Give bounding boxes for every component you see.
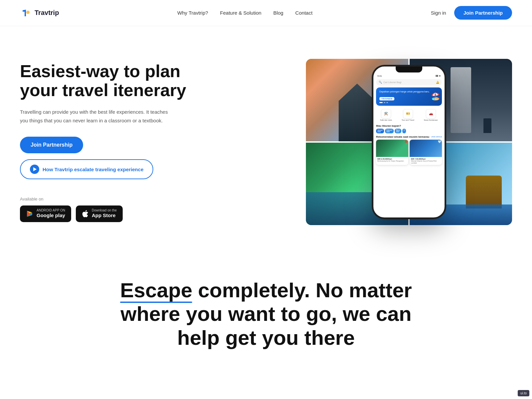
- category-item-cafe[interactable]: ⚒️ Kafe dan resto: [380, 109, 392, 121]
- app-store-main: App Store: [92, 212, 117, 219]
- google-play-icon: [26, 210, 33, 217]
- card-info-2: IDR 7.40.000/hari Nikmati Vitamin Sea di…: [410, 157, 442, 165]
- escape-underline: Escape: [120, 279, 192, 302]
- logo-link[interactable]: Travtrip: [20, 7, 59, 19]
- month-tab-more[interactable]: A: [402, 129, 406, 133]
- apple-icon: [82, 210, 88, 217]
- logo-icon: [20, 7, 32, 19]
- category-label-cafe: Kafe dan resto: [380, 119, 392, 121]
- second-section: Escape completely. No matter where you w…: [0, 252, 532, 369]
- escape-title: Escape completely. No matter where you w…: [116, 278, 416, 349]
- escape-rest-line1: completely. No matter: [192, 279, 412, 302]
- escape-line3: help get you there: [177, 326, 355, 349]
- video-button-label: How Travtrip escalate traveling experien…: [43, 167, 143, 172]
- promo-text: Dapatkan potongan harga untuk pengguna b…: [379, 90, 439, 93]
- nav-link-contact[interactable]: Contact: [295, 10, 313, 16]
- category-icon-tour: 🎫: [403, 109, 413, 118]
- phone-cards: ❤️ IDR 2.40.000/hari Berkunjung ke Air T…: [373, 139, 445, 167]
- promo-dot-3: [386, 102, 388, 103]
- navbar: Travtrip Why Travtrip? Feature & Solutio…: [0, 0, 532, 26]
- rec-see-all[interactable]: Lihat semua: [431, 136, 442, 138]
- phone-icons: ▮▮ ◈: [436, 74, 441, 77]
- phone-vacation-title: Mau liburan kapan?: [373, 123, 445, 128]
- category-icon-rental: 🚗: [426, 109, 436, 118]
- svg-point-1: [26, 11, 30, 14]
- month-tab-mar[interactable]: Maret2020: [395, 129, 401, 133]
- hero-section: Easiest-way to plan your travel itenerar…: [0, 26, 532, 252]
- available-label: Available on: [20, 197, 193, 201]
- phone-search-bar[interactable]: 🔍 Cari Liburan Bagi 🔔: [376, 79, 442, 85]
- phone-card-2[interactable]: 🤍 IDR 7.40.000/hari Nikmati Vitamin Sea …: [410, 140, 442, 165]
- promo-dot-1: [379, 102, 383, 103]
- phone-search-icon: 🔍: [379, 81, 382, 84]
- month-tab-feb[interactable]: Februari2020: [385, 129, 394, 133]
- category-label-rental: Sewa Kendaraan: [424, 119, 438, 121]
- rec-title: Rekomendasi wisata saat musim kemarau: [376, 135, 429, 138]
- phone-rec-header: Rekomendasi wisata saat musim kemarau Li…: [373, 134, 445, 139]
- play-circle-icon: [30, 165, 39, 174]
- sign-in-button[interactable]: Sign in: [431, 10, 446, 16]
- phone-status-bar: 9:41 ▮▮ ◈: [373, 73, 445, 77]
- category-icon-cafe: ⚒️: [381, 109, 391, 118]
- join-partnership-button-hero[interactable]: Join Partnership: [20, 137, 83, 153]
- nav-link-why[interactable]: Why Travtrip?: [177, 10, 208, 16]
- promo-dot-2: [384, 102, 385, 103]
- google-play-sub: ANDROID APP ON: [37, 209, 65, 212]
- phone-notch: [396, 66, 422, 72]
- hero-buttons: Join Partnership How Travtrip escalate t…: [20, 137, 193, 179]
- app-store-badge[interactable]: Download on the App Store: [76, 205, 123, 222]
- nav-right: Sign in Join Partnership: [431, 6, 512, 20]
- store-badges: ANDROID APP ON Google play Download on t…: [20, 205, 193, 222]
- card-img-1: ❤️: [376, 140, 408, 157]
- promo-code-button[interactable]: TRAVNEW: [379, 97, 394, 100]
- brand-name: Travtrip: [35, 9, 59, 17]
- phone-bell-icon: 🔔: [436, 81, 439, 84]
- category-label-tour: Tour and Travel: [402, 119, 414, 121]
- card-name-1: Berkunjung ke Air Terjun Penganten: [377, 160, 407, 162]
- phone-promo-banner: Dapatkan potongan harga untuk pengguna b…: [376, 87, 442, 106]
- google-play-main: Google play: [37, 212, 65, 219]
- hero-title: Easiest-way to plan your travel itenerar…: [20, 62, 193, 100]
- phone-search-placeholder: Cari Liburan Bagi: [383, 81, 435, 83]
- app-store-text: Download on the App Store: [92, 209, 117, 219]
- google-play-badge[interactable]: ANDROID APP ON Google play: [20, 205, 71, 222]
- card-heart-icon-1: ❤️: [404, 140, 408, 143]
- hero-description: Travelling can provide you with the best…: [20, 108, 176, 125]
- category-item-rental[interactable]: 🚗 Sewa Kendaraan: [424, 109, 438, 121]
- google-play-text: ANDROID APP ON Google play: [37, 209, 65, 219]
- play-triangle: [33, 167, 37, 171]
- card-img-2: 🤍: [410, 140, 442, 157]
- phone-card-1[interactable]: ❤️ IDR 2.40.000/hari Berkunjung ke Air T…: [376, 140, 408, 165]
- video-button[interactable]: How Travtrip escalate traveling experien…: [20, 159, 153, 179]
- phone-mockup: 9:41 ▮▮ ◈ 🔍 Cari Liburan Bagi 🔔 Dapatkan…: [372, 66, 446, 218]
- escape-line2: where you want to go, we can: [120, 302, 411, 325]
- phone-month-tabs: Januari2020 Februari2020 Maret2020 A: [373, 128, 445, 134]
- phone-categories: ⚒️ Kafe dan resto 🎫 Tour and Travel 🚗 Se…: [373, 107, 445, 123]
- app-store-sub: Download on the: [92, 209, 117, 212]
- nav-links: Why Travtrip? Feature & Solution Blog Co…: [177, 10, 313, 16]
- phone-time: 9:41: [377, 75, 382, 77]
- promo-beach-icon: 🏖️: [431, 92, 440, 101]
- hero-left: Easiest-way to plan your travel itenerar…: [20, 62, 193, 222]
- category-item-tour[interactable]: 🎫 Tour and Travel: [402, 109, 414, 121]
- month-tab-jan[interactable]: Januari2020: [376, 129, 384, 133]
- promo-pagination-dots: [379, 102, 439, 103]
- available-section: Available on ANDROID APP ON Google play: [20, 197, 193, 222]
- join-partnership-button-nav[interactable]: Join Partnership: [454, 6, 512, 20]
- nav-link-feature[interactable]: Feature & Solution: [220, 10, 261, 16]
- card-info-1: IDR 2.40.000/hari Berkunjung ke Air Terj…: [376, 157, 408, 163]
- nav-link-blog[interactable]: Blog: [273, 10, 283, 16]
- card-name-2: Nikmati Vitamin Sea di Pantai Pink Lombo…: [411, 160, 441, 164]
- hero-right: 9:41 ▮▮ ◈ 🔍 Cari Liburan Bagi 🔔 Dapatkan…: [306, 59, 512, 225]
- card-heart-icon-2: 🤍: [438, 140, 441, 143]
